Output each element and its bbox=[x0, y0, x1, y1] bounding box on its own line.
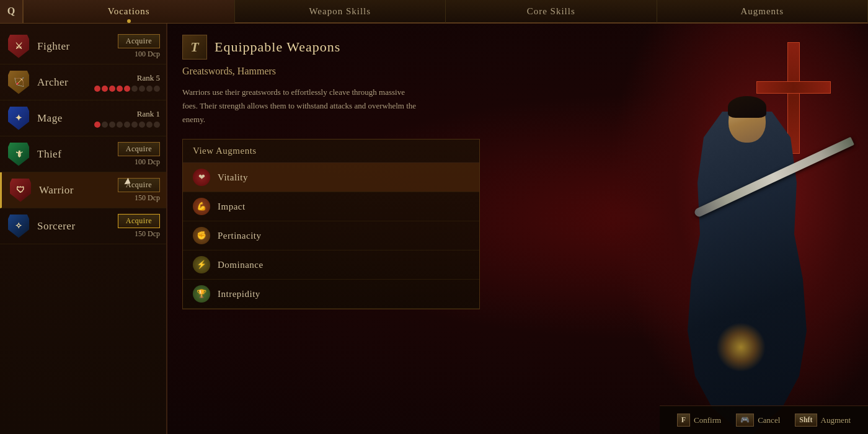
mage-rank: Rank 1 bbox=[137, 109, 160, 119]
thief-cost: 100 Dcp bbox=[135, 157, 160, 167]
navigation-bar: Q Vocations Weapon Skills Core Skills Au… bbox=[0, 0, 868, 24]
tab-vocations[interactable]: Vocations bbox=[24, 0, 235, 23]
details-panel: T Equippable Weapons Greatswords, Hammer… bbox=[167, 24, 868, 434]
archer-name: Archer bbox=[37, 76, 94, 89]
sorcerer-acquire-btn[interactable]: Acquire bbox=[118, 214, 160, 228]
fighter-acquire-btn[interactable]: Acquire bbox=[118, 34, 160, 48]
fighter-cost: 100 Dcp bbox=[135, 50, 160, 59]
tab-weapon-skills[interactable]: Weapon Skills bbox=[235, 0, 446, 23]
sorcerer-name: Sorcerer bbox=[37, 220, 118, 232]
augment-key: Shft bbox=[795, 414, 817, 427]
cancel-label: Cancel bbox=[758, 415, 780, 425]
vocation-item-fighter[interactable]: ⚔ Fighter Acquire 100 Dcp bbox=[0, 29, 166, 64]
thief-name: Thief bbox=[37, 148, 118, 161]
thief-icon: 🗡 bbox=[6, 142, 31, 167]
tab-core-skills[interactable]: Core Skills bbox=[446, 0, 657, 23]
vocations-panel: ⚔ Fighter Acquire 100 Dcp 🏹 Archer Rank … bbox=[0, 24, 167, 434]
mage-name: Mage bbox=[37, 112, 94, 125]
sorcerer-icon: ✧ bbox=[6, 214, 31, 239]
confirm-label: Confirm bbox=[694, 415, 721, 425]
pertinacity-icon: ✊ bbox=[193, 227, 210, 244]
warrior-icon: 🛡 bbox=[8, 178, 33, 203]
sorcerer-cost: 150 Dcp bbox=[135, 229, 160, 239]
dominance-icon: ⚡ bbox=[193, 256, 210, 273]
character-hair bbox=[728, 96, 766, 118]
weapon-icon: T bbox=[182, 35, 207, 60]
augment-item-pertinacity[interactable]: ✊ Pertinacity bbox=[183, 221, 479, 250]
warrior-cost: 150 Dcp bbox=[135, 193, 160, 203]
active-tab-indicator bbox=[127, 19, 131, 23]
augment-button[interactable]: Shft Augment bbox=[787, 411, 858, 429]
confirm-button[interactable]: F Confirm bbox=[670, 411, 728, 429]
fighter-name: Fighter bbox=[37, 40, 118, 53]
warrior-acquire-btn[interactable]: Acquire bbox=[118, 178, 160, 192]
mage-icon: ✦ bbox=[6, 106, 31, 131]
augment-item-vitality[interactable]: ❤ Vitality bbox=[183, 163, 479, 192]
details-content: T Equippable Weapons Greatswords, Hammer… bbox=[182, 35, 517, 309]
weapon-types: Greatswords, Hammers bbox=[182, 66, 517, 77]
archer-icon: 🏹 bbox=[6, 70, 31, 95]
warrior-name: Warrior bbox=[39, 184, 118, 197]
pertinacity-name: Pertinacity bbox=[218, 231, 261, 241]
weapon-section-title: Equippable Weapons bbox=[215, 39, 340, 55]
weapon-header: T Equippable Weapons bbox=[182, 35, 517, 60]
vocation-item-thief[interactable]: 🗡 Thief Acquire 100 Dcp bbox=[0, 136, 166, 172]
intrepidity-icon: 🏆 bbox=[193, 285, 210, 303]
augment-item-intrepidity[interactable]: 🏆 Intrepidity bbox=[183, 280, 479, 309]
thief-acquire-btn[interactable]: Acquire bbox=[118, 142, 160, 156]
tab-augments[interactable]: Augments bbox=[657, 0, 869, 23]
q-button[interactable]: Q bbox=[0, 0, 24, 23]
augment-label: Augment bbox=[821, 415, 851, 425]
main-content: ⚔ Fighter Acquire 100 Dcp 🏹 Archer Rank … bbox=[0, 24, 868, 434]
bottom-bar: F Confirm 🎮 Cancel Shft Augment bbox=[660, 405, 868, 434]
augments-section: View Augments ❤ Vitality 💪 Impact bbox=[182, 139, 480, 309]
vitality-name: Vitality bbox=[218, 172, 248, 183]
intrepidity-name: Intrepidity bbox=[218, 289, 260, 299]
character-silhouette bbox=[639, 74, 856, 434]
view-augments-header[interactable]: View Augments bbox=[183, 140, 479, 163]
archer-rank: Rank 5 bbox=[137, 73, 160, 83]
vocation-item-sorcerer[interactable]: ✧ Sorcerer Acquire 150 Dcp bbox=[0, 208, 166, 244]
vocation-item-archer[interactable]: 🏹 Archer Rank 5 bbox=[0, 64, 166, 100]
mage-stars bbox=[94, 122, 160, 128]
dominance-name: Dominance bbox=[218, 260, 264, 270]
vocation-item-warrior[interactable]: 🛡 Warrior Acquire 150 Dcp bbox=[0, 172, 166, 208]
vocation-item-mage[interactable]: ✦ Mage Rank 1 bbox=[0, 100, 166, 136]
confirm-key: F bbox=[677, 414, 690, 427]
fighter-icon: ⚔ bbox=[6, 34, 31, 59]
archer-stars bbox=[94, 86, 160, 92]
cancel-button[interactable]: 🎮 Cancel bbox=[728, 411, 787, 429]
impact-icon: 💪 bbox=[193, 198, 210, 215]
cancel-key: 🎮 bbox=[736, 414, 754, 427]
character-artwork bbox=[608, 24, 868, 434]
augment-item-impact[interactable]: 💪 Impact bbox=[183, 192, 479, 221]
weapon-description: Warriors use their greatswords to effort… bbox=[182, 86, 418, 126]
augment-item-dominance[interactable]: ⚡ Dominance bbox=[183, 250, 479, 280]
vitality-icon: ❤ bbox=[193, 169, 210, 186]
impact-name: Impact bbox=[218, 202, 246, 212]
light-source bbox=[716, 322, 766, 372]
